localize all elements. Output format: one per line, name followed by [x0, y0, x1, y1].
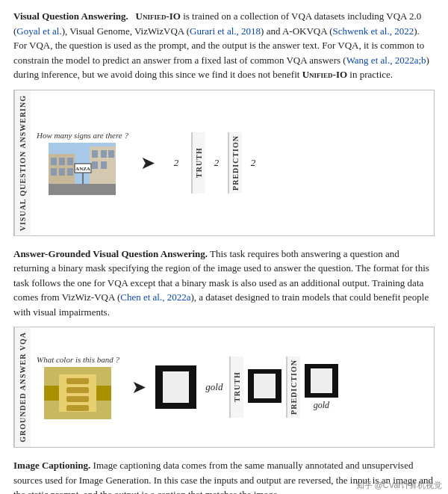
svg-rect-25 [96, 386, 111, 401]
watermark: 知乎 @CVar计算机视觉 [356, 480, 442, 491]
agvqa-pred-mask: gold [300, 361, 343, 414]
page: Visual Question Answering. Unified-IO is… [0, 0, 448, 494]
vqa-image: ANZA [49, 143, 116, 195]
svg-rect-13 [101, 161, 107, 169]
agvqa-demo-box: GROUNDED ANSWER VQA What color is this b… [13, 327, 435, 448]
tp-values-agvqa [243, 356, 287, 418]
vqa-output-val: 2 [174, 157, 179, 169]
pred-values-vqa: 2 [242, 132, 264, 194]
vqa-title: Visual Question Answering. [13, 10, 128, 22]
svg-rect-24 [44, 386, 59, 401]
cite-schwenk: Schwenk et al., 2022 [332, 25, 414, 37]
svg-rect-12 [92, 161, 98, 169]
vqa-demo-label: VISUAL QUESTION ANSWERING [14, 90, 31, 235]
svg-rect-9 [92, 150, 98, 158]
svg-rect-3 [59, 158, 65, 165]
unified-io-name2: Unified-IO [302, 69, 347, 80]
truth-label-vqa: TRUTH [192, 132, 205, 194]
agvqa-demo-content: What color is this band ? ➤ [31, 327, 434, 447]
agvqa-mask-output [152, 365, 199, 409]
vqa-prompt: How many signs are there ? [37, 131, 128, 140]
tp-values-vqa: 2 [205, 132, 228, 194]
agvqa-demo-label: GROUNDED ANSWER VQA [14, 327, 31, 447]
vqa-demo-content: How many signs are there ? [31, 90, 434, 235]
agvqa-truth-mask [243, 366, 286, 408]
vqa-input-area: How many signs are there ? [31, 131, 134, 195]
svg-rect-20 [66, 378, 89, 384]
cite-chen: Chen et al., 2022a [120, 291, 190, 303]
pred-label-vqa: PREDICTION [228, 132, 242, 194]
agvqa-mask-image [155, 365, 196, 409]
svg-rect-31 [311, 368, 332, 393]
svg-rect-6 [59, 168, 65, 176]
svg-rect-23 [66, 405, 89, 411]
vqa-demo-box: VISUAL QUESTION ANSWERING How many signs… [13, 90, 435, 236]
svg-text:ANZA: ANZA [76, 166, 91, 172]
truth-label-agvqa: TRUTH [230, 356, 243, 418]
svg-rect-5 [51, 168, 57, 176]
svg-rect-22 [66, 396, 89, 402]
svg-rect-4 [67, 158, 73, 165]
cite-goyal: Goyal et al. [16, 25, 61, 37]
caption-title: Image Captioning. [13, 460, 90, 471]
vqa-pred-val: 2 [242, 157, 264, 169]
vqa-output: 2 [161, 157, 191, 169]
mask-svg [155, 365, 196, 409]
vqa-truth-pred: TRUTH 2 PREDICTION 2 [191, 132, 264, 194]
agvqa-section-text: Answer-Grounded Visual Question Answerin… [13, 247, 435, 320]
band-svg [44, 367, 111, 419]
agvqa-image [44, 367, 111, 419]
vqa-truth-val: 2 [205, 157, 228, 169]
vqa-body6: in practice. [347, 69, 393, 80]
agvqa-truth-pred: TRUTH PREDICTION [229, 356, 343, 418]
svg-rect-10 [101, 150, 107, 158]
svg-rect-29 [254, 374, 276, 398]
agvqa-output-val: gold [205, 381, 223, 393]
vqa-body3: ) and A-OKVQA ( [261, 25, 332, 37]
pred-label-agvqa: PREDICTION [287, 356, 300, 418]
svg-rect-14 [49, 184, 116, 195]
svg-rect-2 [51, 158, 57, 165]
vqa-body2: ), Visual Genome, VizWizVQA ( [62, 25, 190, 37]
pred-mask-svg [305, 364, 338, 398]
unified-io-name: Unified-IO [136, 10, 181, 22]
svg-rect-21 [66, 387, 89, 393]
truth-mask-svg [248, 369, 281, 403]
agvqa-prompt: What color is this band ? [37, 355, 119, 364]
agvqa-input-area: What color is this band ? [31, 355, 125, 419]
vqa-section-text: Visual Question Answering. Unified-IO is… [13, 9, 435, 82]
truth-mask-img [248, 369, 281, 403]
agvqa-output: gold [199, 381, 229, 393]
pred-mask-img [305, 364, 338, 398]
svg-rect-7 [67, 168, 73, 176]
pred-values-agvqa: gold [300, 356, 343, 418]
agvqa-title: Answer-Grounded Visual Question Answerin… [13, 248, 208, 259]
svg-rect-11 [108, 150, 114, 158]
agvqa-arrow: ➤ [125, 377, 152, 398]
cite-wang: Wang et al., 2022a;b [346, 55, 426, 66]
vqa-scene-svg: ANZA [49, 143, 116, 195]
agvqa-pred-val: gold [314, 400, 329, 411]
cite-gurari: Gurari et al., 2018 [190, 25, 261, 37]
vqa-arrow: ➤ [134, 152, 161, 173]
svg-rect-27 [163, 371, 189, 403]
